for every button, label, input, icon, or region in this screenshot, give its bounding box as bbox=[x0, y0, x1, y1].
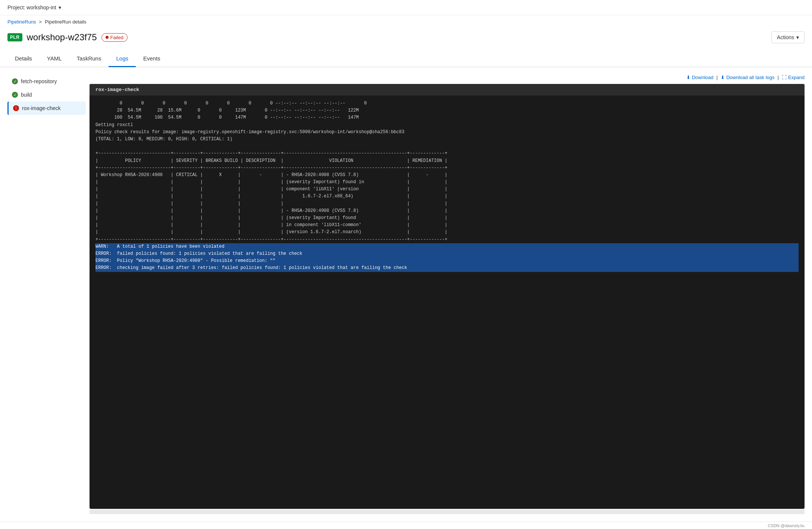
toolbar-sep2: | bbox=[778, 75, 779, 80]
log-line: +---------------------------+----------+… bbox=[95, 165, 799, 172]
download-link[interactable]: ⬇ Download bbox=[686, 75, 714, 80]
log-line: | | | | | 1.6.7-2.el7.x86_64) | | bbox=[95, 193, 799, 200]
download-label: Download bbox=[692, 75, 714, 80]
log-toolbar: ⬇ Download | ⬇ Download all task logs | … bbox=[90, 75, 805, 84]
sidebar-item-rox-image-check[interactable]: ! rox-image-check bbox=[7, 101, 86, 115]
log-line: 28 54.5M 28 15.6M 0 0 123M 0 --:--:-- --… bbox=[95, 107, 799, 114]
plr-badge: PLR bbox=[7, 33, 22, 41]
error-icon: ! bbox=[13, 105, 19, 111]
toolbar-sep1: | bbox=[717, 75, 718, 80]
bottom-bar: CSDN @dawnsly.liu bbox=[0, 522, 812, 529]
tabs-bar: Details YAML TaskRuns Logs Events bbox=[0, 51, 812, 67]
page-header-left: PLR workshop-w23f75 Failed bbox=[7, 32, 128, 43]
page-header: PLR workshop-w23f75 Failed Actions ▾ bbox=[0, 28, 812, 49]
log-header: rox-image-check bbox=[90, 84, 805, 96]
log-line: 0 0 0 0 0 0 0 0 --:--:-- --:--:-- --:--:… bbox=[95, 100, 799, 107]
expand-icon: ⛶ bbox=[782, 75, 787, 80]
sidebar-item-label: fetch-repository bbox=[21, 78, 57, 84]
log-line: | | | | | (severity Important) found in … bbox=[95, 179, 799, 186]
log-container[interactable]: rox-image-check 0 0 0 0 0 0 0 0 --:--:--… bbox=[90, 84, 805, 509]
log-line: | Workshop RHSA-2020:4908 | CRITICAL | X… bbox=[95, 172, 799, 179]
actions-chevron-icon: ▾ bbox=[796, 34, 799, 40]
sidebar-item-fetch-repository[interactable]: ✓ fetch-repository bbox=[7, 75, 86, 88]
breadcrumb-current: PipelineRun details bbox=[45, 19, 86, 25]
download-all-icon: ⬇ bbox=[721, 75, 725, 80]
project-chevron-icon: ▾ bbox=[59, 4, 61, 10]
sidebar: ✓ fetch-repository ✓ build ! rox-image-c… bbox=[7, 75, 90, 514]
log-line: | | | | | component 'libX11' (version | … bbox=[95, 186, 799, 193]
tab-details[interactable]: Details bbox=[7, 51, 40, 67]
success-icon: ✓ bbox=[12, 78, 18, 84]
main-content: ✓ fetch-repository ✓ build ! rox-image-c… bbox=[0, 67, 812, 522]
expand-label: Expand bbox=[788, 75, 805, 80]
log-line: +---------------------------+----------+… bbox=[95, 150, 799, 157]
breadcrumb-separator: > bbox=[39, 19, 42, 25]
status-badge: Failed bbox=[101, 33, 128, 42]
status-text: Failed bbox=[110, 35, 123, 40]
tab-events[interactable]: Events bbox=[136, 51, 168, 67]
log-line: Policy check results for image: image-re… bbox=[95, 129, 799, 136]
log-line-error: ERROR: Policy "Workshop RHSA-2020:4908" … bbox=[95, 257, 799, 264]
log-body: 0 0 0 0 0 0 0 0 --:--:-- --:--:-- --:--:… bbox=[90, 96, 805, 276]
log-line: | | | | | | | bbox=[95, 200, 799, 207]
log-panel: ⬇ Download | ⬇ Download all task logs | … bbox=[90, 75, 805, 514]
log-wrapper: rox-image-check 0 0 0 0 0 0 0 0 --:--:--… bbox=[90, 84, 805, 509]
download-all-link[interactable]: ⬇ Download all task logs bbox=[721, 75, 774, 80]
project-selector[interactable]: Project: workshop-int ▾ bbox=[7, 4, 61, 10]
log-line-error: ERROR: failed policies found: 1 policies… bbox=[95, 250, 799, 257]
tab-yaml[interactable]: YAML bbox=[40, 51, 69, 67]
actions-label: Actions bbox=[777, 34, 794, 40]
sidebar-item-label: rox-image-check bbox=[22, 105, 60, 111]
breadcrumb: PipelineRuns > PipelineRun details bbox=[0, 15, 812, 28]
log-line bbox=[95, 143, 799, 150]
success-icon: ✓ bbox=[12, 92, 18, 98]
status-dot-icon bbox=[106, 36, 109, 39]
log-line: 100 54.5M 100 54.5M 0 0 147M 0 --:--:-- … bbox=[95, 114, 799, 121]
log-line: | | | | | - RHSA-2020:4908 (CVSS 7.8) | … bbox=[95, 207, 799, 215]
expand-link[interactable]: ⛶ Expand bbox=[782, 75, 805, 80]
download-icon: ⬇ bbox=[686, 75, 690, 80]
horizontal-scrollbar[interactable] bbox=[90, 510, 805, 514]
log-line-error: ERROR: checking image failed after 3 ret… bbox=[95, 264, 799, 272]
project-label: Project: workshop-int bbox=[7, 4, 56, 10]
download-all-label: Download all task logs bbox=[726, 75, 774, 80]
log-line: | POLICY | SEVERITY | BREAKS BUILD | DES… bbox=[95, 157, 799, 165]
log-line: | | | | | in component 'libX11-common' |… bbox=[95, 222, 799, 229]
watermark: CSDN @dawnsly.liu bbox=[768, 523, 805, 528]
log-line: (TOTAL: 1, LOW: 0, MEDIUM: 0, HIGH: 0, C… bbox=[95, 136, 799, 143]
log-line: | | | | | (version 1.6.7-2.el7.noarch) |… bbox=[95, 229, 799, 236]
page-title: workshop-w23f75 bbox=[27, 32, 97, 43]
breadcrumb-pipelineruns-link[interactable]: PipelineRuns bbox=[7, 19, 36, 25]
tab-taskruns[interactable]: TaskRuns bbox=[69, 51, 109, 67]
log-line: Getting roxctl bbox=[95, 122, 799, 129]
top-bar: Project: workshop-int ▾ bbox=[0, 0, 812, 15]
log-line-warn: WARN: A total of 1 policies have been vi… bbox=[95, 243, 799, 250]
tab-logs[interactable]: Logs bbox=[109, 51, 136, 67]
log-line: | | | | | (severity Important) found | | bbox=[95, 215, 799, 222]
sidebar-item-label: build bbox=[21, 92, 32, 98]
sidebar-item-build[interactable]: ✓ build bbox=[7, 88, 86, 101]
actions-button[interactable]: Actions ▾ bbox=[771, 31, 805, 43]
log-line: +---------------------------+----------+… bbox=[95, 236, 799, 243]
